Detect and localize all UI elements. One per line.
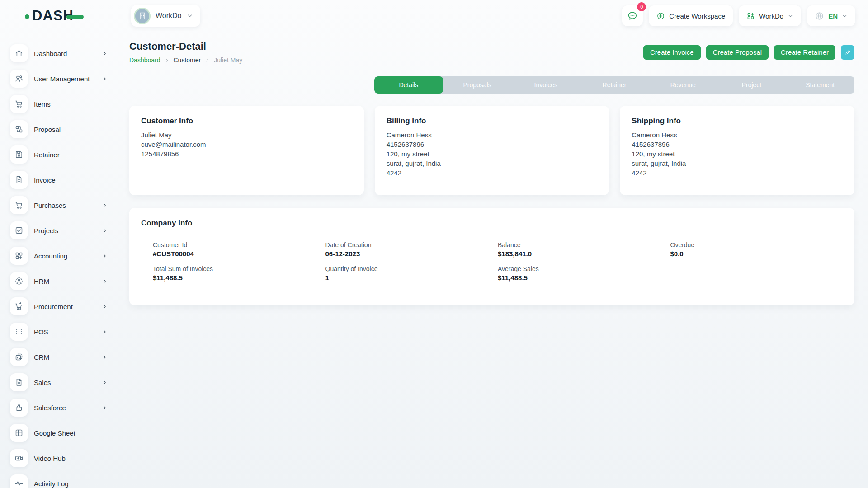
edit-customer-button[interactable] <box>841 45 854 60</box>
language-code: EN <box>828 12 838 20</box>
sidebar-item-label: Google Sheet <box>34 429 108 437</box>
tab-project[interactable]: Project <box>717 76 786 94</box>
sidebar-item-salesforce[interactable]: Salesforce <box>10 399 108 417</box>
sidebar-item-projects[interactable]: Projects <box>10 221 108 239</box>
sidebar-item-activity-log[interactable]: Activity Log <box>10 474 108 488</box>
customer-info-card: Customer Info Juliet May cuve@mailinator… <box>129 106 364 195</box>
tab-statement[interactable]: Statement <box>786 76 854 94</box>
sidebar-item-video-hub[interactable]: Video Hub <box>10 449 108 467</box>
sidebar-item-procurement[interactable]: Procurement <box>10 297 108 315</box>
swap-squares-icon <box>10 120 28 138</box>
card-title: Billing Info <box>387 117 598 126</box>
shipping-phone: 4152637896 <box>632 140 843 149</box>
breadcrumb-dashboard[interactable]: Dashboard <box>129 56 160 64</box>
video-camera-icon <box>10 449 28 467</box>
messenger-button[interactable]: 0 <box>622 5 643 26</box>
create-workspace-button[interactable]: Create Workspace <box>649 5 733 26</box>
breadcrumb: Dashboard Customer Juliet May <box>129 56 242 64</box>
sidebar-item-label: User Management <box>34 75 102 83</box>
sidebar-item-dashboard[interactable]: Dashboard <box>10 44 108 62</box>
create-invoice-button[interactable]: Create Invoice <box>643 45 701 60</box>
create-retainer-button[interactable]: Create Retainer <box>774 45 835 60</box>
main-content: Customer-Detail Dashboard Customer Julie… <box>119 32 868 488</box>
dots-grid-icon <box>10 323 28 341</box>
sidebar: Dashboard User Management Items Proposal… <box>0 32 119 488</box>
card-title: Company Info <box>141 219 843 228</box>
grid-plus-icon <box>746 12 755 20</box>
tab-revenue[interactable]: Revenue <box>649 76 717 94</box>
shipping-street: 120, my street <box>632 149 843 159</box>
sidebar-item-label: Purchases <box>34 202 102 209</box>
customer-email: cuve@mailinator.com <box>141 140 352 149</box>
customer-name: Juliet May <box>141 130 352 140</box>
billing-name: Cameron Hess <box>387 130 598 140</box>
file-icon <box>10 171 28 189</box>
sidebar-item-crm[interactable]: CRM <box>10 348 108 366</box>
cart-arrow-icon <box>10 297 28 315</box>
home-icon <box>10 44 28 62</box>
billing-zip: 4242 <box>387 168 598 178</box>
chevron-right-icon <box>102 228 108 234</box>
tab-invoices[interactable]: Invoices <box>511 76 580 94</box>
sidebar-item-label: Procurement <box>34 303 102 310</box>
page-title: Customer-Detail <box>129 41 242 52</box>
file-icon <box>10 373 28 391</box>
sidebar-item-purchases[interactable]: Purchases <box>10 196 108 214</box>
chevron-right-icon <box>102 329 108 335</box>
tab-proposals[interactable]: Proposals <box>443 76 512 94</box>
chevron-right-icon <box>102 304 108 310</box>
users-icon <box>10 70 28 88</box>
tab-retainer[interactable]: Retainer <box>580 76 649 94</box>
create-proposal-button[interactable]: Create Proposal <box>706 45 769 60</box>
language-selector[interactable]: EN <box>807 5 855 26</box>
shipping-zip: 4242 <box>632 168 843 178</box>
squares-plus-icon <box>10 247 28 265</box>
breadcrumb-current: Juliet May <box>214 56 242 64</box>
billing-phone: 4152637896 <box>387 140 598 149</box>
cart-icon <box>10 196 28 214</box>
tab-details[interactable]: Details <box>374 76 443 94</box>
sidebar-item-label: Items <box>34 100 108 108</box>
sidebar-item-accounting[interactable]: Accounting <box>10 247 108 265</box>
sidebar-item-user-management[interactable]: User Management <box>10 70 108 88</box>
thumbs-up-icon <box>10 399 28 417</box>
shipping-name: Cameron Hess <box>632 130 843 140</box>
sidebar-item-proposal[interactable]: Proposal <box>10 120 108 138</box>
sidebar-item-pos[interactable]: POS <box>10 323 108 341</box>
shipping-info-card: Shipping Info Cameron Hess 4152637896 12… <box>620 106 854 195</box>
sidebar-item-label: Activity Log <box>34 480 108 488</box>
messenger-badge: 0 <box>637 2 646 11</box>
sidebar-item-sales[interactable]: Sales <box>10 373 108 391</box>
breadcrumb-customer[interactable]: Customer <box>174 56 201 64</box>
topbar: DASH WorkDo 0 Create Workspace WorkDo EN <box>0 0 868 32</box>
field-customer-id: Customer Id #CUST00004 <box>153 241 326 258</box>
sidebar-item-label: Salesforce <box>34 404 102 412</box>
company-info-card: Company Info Customer Id #CUST00004 Date… <box>129 208 854 305</box>
workdo-menu-button[interactable]: WorkDo <box>739 5 801 26</box>
chevron-right-icon <box>102 354 108 360</box>
floppy-icon <box>10 145 28 164</box>
chevron-down-icon <box>842 13 848 19</box>
chevron-down-icon <box>788 13 793 19</box>
customer-phone: 1254879856 <box>141 149 352 159</box>
chevron-right-icon <box>102 253 108 259</box>
workspace-selector[interactable]: WorkDo <box>131 5 200 27</box>
sidebar-item-google-sheet[interactable]: Google Sheet <box>10 424 108 442</box>
logo-dash-icon <box>66 15 84 19</box>
chevron-right-icon <box>165 58 170 63</box>
pencil-icon <box>844 49 851 56</box>
field-date-of-creation: Date of Creation 06-12-2023 <box>326 241 498 258</box>
sidebar-item-retainer[interactable]: Retainer <box>10 145 108 164</box>
chevron-right-icon <box>102 202 108 208</box>
workdo-menu-label: WorkDo <box>759 12 783 20</box>
field-balance: Balance $183,841.0 <box>498 241 670 258</box>
globe-icon <box>815 11 824 21</box>
chevron-right-icon <box>102 278 108 284</box>
card-title: Customer Info <box>141 117 352 126</box>
sidebar-item-label: HRM <box>34 277 102 285</box>
field-average-sales: Average Sales $11,488.5 <box>498 265 670 282</box>
building-icon <box>138 11 147 20</box>
sidebar-item-hrm[interactable]: HRM <box>10 272 108 290</box>
sidebar-item-invoice[interactable]: Invoice <box>10 171 108 189</box>
sidebar-item-items[interactable]: Items <box>10 95 108 113</box>
